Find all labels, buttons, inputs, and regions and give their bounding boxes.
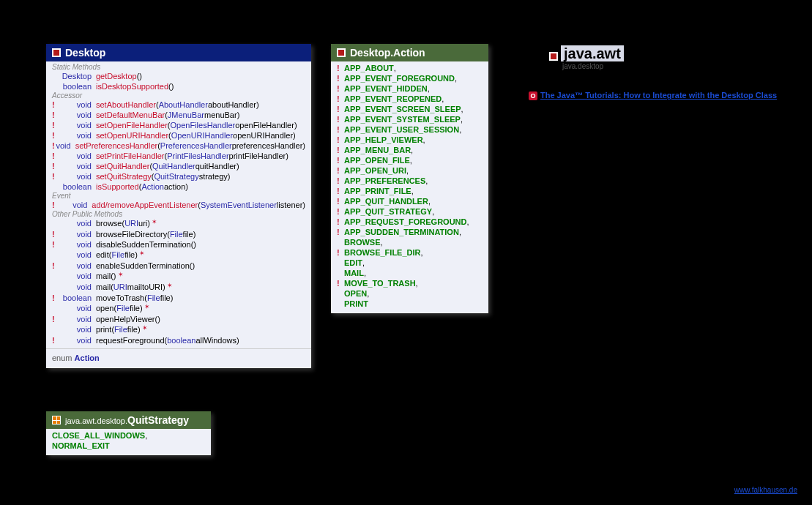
enum-value-row: !APP_QUIT_STRATEGY, xyxy=(331,206,488,217)
enum-constant: APP_QUIT_HANDLER xyxy=(344,197,428,206)
enum-constant: APP_PRINT_FILE xyxy=(344,187,411,195)
tutorial-link[interactable]: OThe Java™ Tutorials: How to Integrate w… xyxy=(529,91,777,100)
new-marker: ! xyxy=(337,114,344,124)
oracle-icon: O xyxy=(529,91,537,100)
method-row: !booleanmoveToTrash (File file) xyxy=(46,293,311,303)
method-row: voidmail ()✶ xyxy=(46,271,311,282)
method-name: setOpenFileHandler xyxy=(96,120,168,130)
method-row: !voidsetPreferencesHandler (PreferencesH… xyxy=(46,141,311,151)
throws-marker: ✶ xyxy=(143,302,150,312)
param-type: boolean xyxy=(167,335,195,345)
param-name: file xyxy=(127,324,138,334)
return-type: void xyxy=(59,171,96,182)
method-name: edit xyxy=(96,250,109,260)
enum-constant: CLOSE_ALL_WINDOWS xyxy=(52,431,145,440)
param-type: URI xyxy=(124,218,138,228)
return-type: void xyxy=(59,151,96,161)
enum-value-row: !APP_EVENT_USER_SESSION, xyxy=(331,124,488,135)
return-type: void xyxy=(59,130,96,141)
enum-constant: APP_EVENT_USER_SESSION xyxy=(344,125,459,134)
new-marker: ! xyxy=(52,314,59,324)
section-static: Static Methods xyxy=(46,63,311,71)
param-type: File xyxy=(111,250,124,260)
enum-value-row: !APP_REQUEST_FOREGROUND, xyxy=(331,217,488,227)
method-name: browseFileDirectory xyxy=(96,229,167,239)
enum-constant: BROWSE_FILE_DIR xyxy=(344,248,421,257)
param-name: file xyxy=(160,293,171,303)
return-type: void xyxy=(59,239,96,250)
throws-marker: ✶ xyxy=(141,323,148,333)
method-row: voidopen (File file)✶ xyxy=(46,303,311,314)
enum-constant: APP_HELP_VIEWER xyxy=(344,135,423,144)
param-name: aboutHandler xyxy=(208,100,256,110)
enum-constant: APP_EVENT_REOPENED xyxy=(344,94,442,103)
param-type: Action xyxy=(141,182,164,192)
method-name: isDesktopSupported xyxy=(96,81,168,91)
enum-value-row: !APP_ABOUT, xyxy=(331,63,488,73)
enum-value-row: !MOVE_TO_TRASH, xyxy=(331,278,488,288)
enum-constant: APP_MENU_BAR xyxy=(344,146,411,154)
return-type: boolean xyxy=(59,81,96,91)
method-row: !voidbrowseFileDirectory (File file) xyxy=(46,229,311,239)
action-header: Desktop.Action xyxy=(331,44,488,61)
method-row: !voiddisableSuddenTermination () xyxy=(46,239,311,250)
enum-constant: APP_REQUEST_FOREGROUND xyxy=(344,217,466,226)
return-type: void xyxy=(59,271,96,281)
param-type: URI xyxy=(113,282,127,292)
param-type: OpenFilesHandler xyxy=(171,120,236,130)
new-marker: ! xyxy=(52,239,59,250)
class-icon xyxy=(52,48,61,57)
desktop-class-panel: Desktop Static Methods DesktopgetDesktop… xyxy=(46,44,311,368)
method-row: !voidopenHelpViewer () xyxy=(46,314,311,324)
new-marker: ! xyxy=(52,130,59,141)
param-name: openFileHandler xyxy=(235,120,294,130)
new-marker: ! xyxy=(337,278,344,288)
method-row: !voidrequestForeground (boolean allWindo… xyxy=(46,335,311,345)
new-marker: ! xyxy=(337,196,344,206)
param-type: AboutHandler xyxy=(159,100,208,110)
enum-value-row: !APP_MENU_BAR, xyxy=(331,145,488,155)
param-name: listener xyxy=(277,200,302,210)
enum-constant: OPEN xyxy=(344,289,367,298)
param-type: PrintFilesHandler xyxy=(167,151,228,161)
param-name: menuBar xyxy=(204,110,237,120)
tutorial-anchor[interactable]: The Java™ Tutorials: How to Integrate wi… xyxy=(540,91,777,100)
return-type: void xyxy=(59,200,92,210)
enum-value-row: !APP_QUIT_HANDLER, xyxy=(331,196,488,206)
enum-icon xyxy=(52,416,61,424)
enum-value-row: !APP_EVENT_SYSTEM_SLEEP, xyxy=(331,114,488,124)
param-type: File xyxy=(114,324,127,334)
class-icon xyxy=(337,48,346,57)
new-marker: ! xyxy=(52,200,59,210)
param-name: strategy xyxy=(199,171,228,182)
param-name: file xyxy=(130,303,140,313)
return-type: void xyxy=(59,282,96,292)
param-type: QuitHandler xyxy=(152,161,195,171)
method-name: print xyxy=(96,324,111,334)
desktop-action-enum-panel: Desktop.Action !APP_ABOUT,!APP_EVENT_FOR… xyxy=(331,44,488,313)
method-row: !voidadd/removeAppEventListener (SystemE… xyxy=(46,200,311,210)
new-marker: ! xyxy=(337,165,344,176)
param-name: action xyxy=(164,182,185,192)
method-row: !voidsetOpenFileHandler (OpenFilesHandle… xyxy=(46,120,311,130)
method-name: mail xyxy=(96,271,111,281)
action-title: Desktop.Action xyxy=(350,47,425,59)
return-type: void xyxy=(59,120,96,130)
new-marker: ! xyxy=(337,83,344,94)
enum-value-row: NORMAL_EXIT xyxy=(46,441,211,451)
param-name: file xyxy=(124,250,135,260)
return-type: void xyxy=(56,141,75,151)
enum-value-row: EDIT, xyxy=(331,258,488,268)
method-row: !voidsetQuitHandler (QuitHandler quitHan… xyxy=(46,161,311,171)
method-name: setAboutHandler xyxy=(96,100,156,110)
method-name: mail xyxy=(96,282,111,292)
desktop-nested-enum: enum Action xyxy=(46,348,311,364)
site-link[interactable]: www.falkhausen.de xyxy=(734,486,797,494)
method-row: DesktopgetDesktop () xyxy=(46,71,311,81)
new-marker: ! xyxy=(337,247,344,258)
method-name: browse xyxy=(96,218,122,228)
enum-value-row: !APP_PRINT_FILE, xyxy=(331,186,488,196)
enum-value-row: CLOSE_ALL_WINDOWS, xyxy=(46,430,211,441)
method-name: setPreferencesHandler xyxy=(75,141,158,151)
enum-constant: APP_EVENT_FOREGROUND xyxy=(344,74,455,83)
